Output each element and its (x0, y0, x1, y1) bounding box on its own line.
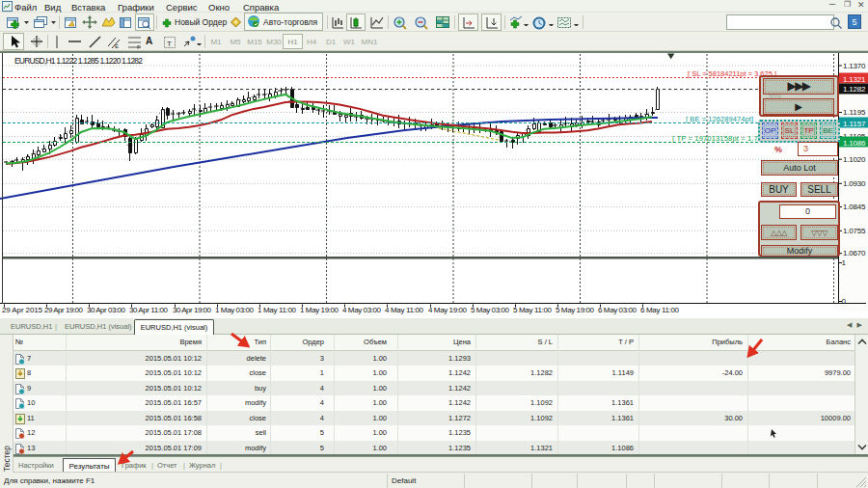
svg-text:4 May 03:00: 4 May 03:00 (342, 306, 382, 314)
svg-text:5 May 03:00: 5 May 03:00 (471, 306, 510, 314)
svg-text:6 May 03:00: 6 May 03:00 (598, 306, 637, 314)
svg-text:4 May 19:00: 4 May 19:00 (428, 306, 468, 314)
svg-text:29 Apr 19:00: 29 Apr 19:00 (44, 306, 84, 314)
svg-text:E: E (115, 43, 119, 49)
svg-text:1 May 19:00: 1 May 19:00 (300, 306, 339, 314)
svg-text:6 May 11:00: 6 May 11:00 (640, 306, 680, 314)
svg-text:1: 1 (842, 258, 847, 267)
svg-text:1 May 11:00: 1 May 11:00 (258, 306, 297, 314)
svg-text:5 May 19:00: 5 May 19:00 (556, 306, 595, 314)
svg-text:30 Apr 03:00: 30 Apr 03:00 (87, 306, 126, 314)
svg-text:29 Apr 2015: 29 Apr 2015 (2, 306, 43, 314)
svg-text:0: 0 (842, 297, 847, 306)
svg-text:5 May 11:00: 5 May 11:00 (513, 306, 553, 314)
svg-text:F: F (137, 44, 141, 49)
svg-text:4 May 11:00: 4 May 11:00 (385, 306, 424, 314)
svg-text:30 Apr 11:00: 30 Apr 11:00 (129, 306, 169, 314)
svg-text:T: T (167, 40, 172, 48)
svg-text:1 May 03:00: 1 May 03:00 (215, 306, 255, 314)
svg-text:30 Apr 19:00: 30 Apr 19:00 (173, 306, 212, 314)
